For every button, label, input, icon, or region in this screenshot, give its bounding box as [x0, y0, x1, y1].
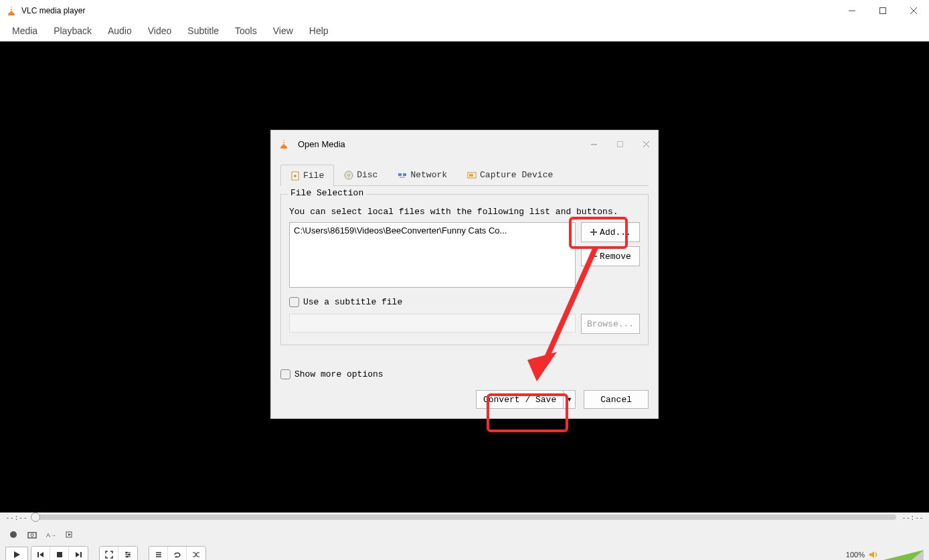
browse-button: Browse... — [581, 314, 640, 334]
cancel-button[interactable]: Cancel — [584, 390, 649, 409]
record-button[interactable] — [5, 527, 21, 543]
plus-icon — [590, 228, 598, 236]
seek-slider[interactable] — [33, 515, 896, 520]
svg-rect-9 — [618, 141, 623, 147]
snapshot-button[interactable] — [24, 527, 40, 543]
vlc-cone-icon — [279, 139, 288, 149]
subtitle-checkbox[interactable] — [289, 297, 299, 307]
svg-marker-49 — [869, 551, 874, 558]
dialog-tabs: File Disc Network Capture Device — [280, 164, 649, 186]
disc-icon — [344, 171, 353, 180]
next-button[interactable] — [69, 547, 88, 560]
time-elapsed: --:-- — [5, 513, 27, 522]
window-controls — [837, 0, 929, 21]
svg-rect-3 — [880, 7, 886, 13]
shuffle-button[interactable] — [187, 547, 205, 560]
vlc-cone-icon — [7, 6, 16, 15]
tab-network[interactable]: Network — [388, 164, 457, 185]
file-list[interactable]: C:\Users\86159\Videos\BeeConverter\Funny… — [289, 222, 576, 288]
convert-save-button[interactable]: Convert / Save ▼ — [476, 390, 576, 409]
svg-rect-17 — [403, 173, 406, 176]
svg-marker-32 — [68, 533, 71, 536]
fieldset-legend: File Selection — [288, 188, 366, 198]
svg-rect-16 — [398, 173, 402, 176]
more-options-label: Show more options — [294, 369, 384, 379]
loop-ab-button[interactable]: A→B — [43, 527, 59, 543]
play-button[interactable] — [5, 547, 28, 560]
menu-playback[interactable]: Playback — [46, 22, 100, 39]
dialog-titlebar: Open Media — [271, 130, 658, 157]
file-icon — [290, 171, 300, 181]
svg-rect-28 — [28, 533, 36, 538]
menu-view[interactable]: View — [265, 22, 301, 39]
tab-capture[interactable]: Capture Device — [457, 164, 563, 185]
menu-subtitle[interactable]: Subtitle — [179, 22, 227, 39]
svg-rect-34 — [37, 552, 39, 557]
time-total: --:-- — [902, 513, 924, 522]
capture-icon — [467, 171, 477, 180]
maximize-button[interactable] — [867, 0, 898, 21]
menu-tools[interactable]: Tools — [227, 22, 265, 39]
dialog-close-button[interactable] — [643, 141, 650, 148]
file-selection-hint: You can select local files with the foll… — [289, 207, 640, 217]
svg-rect-0 — [10, 8, 13, 9]
volume-percent: 100% — [846, 551, 865, 559]
subtitle-checkbox-label: Use a subtitle file — [303, 297, 402, 307]
menu-video[interactable]: Video — [140, 22, 180, 39]
app-title: VLC media player — [21, 6, 85, 15]
svg-marker-37 — [76, 552, 80, 557]
svg-rect-1 — [10, 10, 13, 11]
minimize-button[interactable] — [837, 0, 867, 21]
fullscreen-button[interactable] — [100, 547, 118, 560]
network-icon — [398, 171, 407, 180]
previous-button[interactable] — [31, 547, 50, 560]
dialog-minimize-button[interactable] — [590, 141, 598, 148]
file-list-item[interactable]: C:\Users\86159\Videos\BeeConverter\Funny… — [294, 225, 571, 236]
titlebar: VLC media player — [0, 0, 929, 21]
menubar: Media Playback Audio Video Subtitle Tool… — [0, 21, 929, 41]
more-options-checkbox[interactable] — [280, 369, 290, 379]
frame-step-button[interactable] — [62, 527, 78, 543]
speaker-icon[interactable] — [869, 550, 879, 559]
convert-dropdown-button[interactable]: ▼ — [564, 390, 576, 409]
dialog-maximize-button — [616, 141, 624, 148]
stop-button[interactable] — [50, 547, 69, 560]
svg-point-42 — [126, 552, 128, 554]
tab-disc[interactable]: Disc — [334, 164, 388, 185]
volume-slider[interactable] — [883, 550, 924, 560]
close-button[interactable] — [898, 0, 929, 21]
file-selection-fieldset: File Selection You can select local file… — [280, 194, 649, 345]
loop-button[interactable] — [168, 547, 187, 560]
svg-rect-38 — [80, 552, 82, 557]
subtitle-path-input — [289, 314, 576, 333]
svg-rect-7 — [282, 143, 286, 145]
svg-rect-20 — [469, 174, 473, 177]
minus-icon — [590, 252, 598, 260]
svg-point-15 — [348, 174, 350, 176]
add-button[interactable]: Add... — [581, 222, 640, 242]
extended-settings-button[interactable] — [118, 547, 137, 560]
menu-audio[interactable]: Audio — [100, 22, 140, 39]
svg-marker-35 — [39, 552, 44, 557]
svg-point-43 — [129, 554, 131, 556]
menu-help[interactable]: Help — [301, 22, 337, 39]
open-media-dialog: Open Media File Disc Network Capture Dev… — [270, 130, 659, 419]
playlist-button[interactable] — [149, 547, 168, 560]
tab-file[interactable]: File — [280, 165, 334, 186]
svg-rect-36 — [57, 552, 62, 557]
remove-button[interactable]: Remove — [581, 246, 640, 266]
svg-rect-6 — [282, 141, 285, 143]
svg-point-13 — [294, 175, 297, 177]
menu-media[interactable]: Media — [4, 22, 46, 39]
svg-marker-33 — [14, 551, 20, 558]
player-controls: --:-- --:-- A→B 100% — [0, 512, 929, 560]
dialog-title: Open Media — [298, 139, 345, 149]
svg-point-27 — [10, 531, 17, 538]
svg-point-29 — [31, 534, 33, 537]
svg-point-44 — [126, 556, 129, 558]
svg-text:A→B: A→B — [46, 532, 56, 539]
